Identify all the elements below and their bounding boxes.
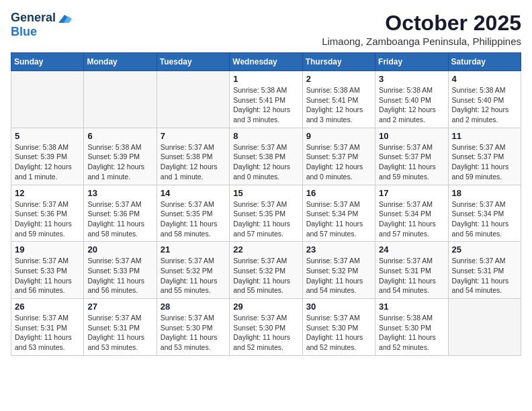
day-cell: 15Sunrise: 5:37 AMSunset: 5:35 PMDayligh… bbox=[230, 185, 302, 242]
day-number: 27 bbox=[87, 302, 152, 312]
day-info: Sunrise: 5:37 AMSunset: 5:30 PMDaylight:… bbox=[306, 313, 371, 353]
col-saturday: Saturday bbox=[448, 53, 521, 71]
logo-blue-text: Blue bbox=[11, 25, 37, 39]
day-info: Sunrise: 5:38 AMSunset: 5:40 PMDaylight:… bbox=[452, 85, 517, 125]
day-cell: 18Sunrise: 5:37 AMSunset: 5:34 PMDayligh… bbox=[448, 185, 521, 242]
day-cell: 21Sunrise: 5:37 AMSunset: 5:32 PMDayligh… bbox=[157, 242, 229, 299]
day-cell: 24Sunrise: 5:37 AMSunset: 5:31 PMDayligh… bbox=[375, 242, 448, 299]
day-info: Sunrise: 5:37 AMSunset: 5:31 PMDaylight:… bbox=[15, 313, 80, 353]
day-info: Sunrise: 5:37 AMSunset: 5:30 PMDaylight:… bbox=[233, 313, 298, 353]
day-cell: 17Sunrise: 5:37 AMSunset: 5:34 PMDayligh… bbox=[375, 185, 448, 242]
day-info: Sunrise: 5:37 AMSunset: 5:32 PMDaylight:… bbox=[161, 256, 226, 295]
week-row-3: 12Sunrise: 5:37 AMSunset: 5:36 PMDayligh… bbox=[11, 185, 521, 242]
day-cell bbox=[11, 71, 84, 128]
day-cell bbox=[157, 71, 229, 128]
day-info: Sunrise: 5:37 AMSunset: 5:35 PMDaylight:… bbox=[161, 199, 226, 239]
col-tuesday: Tuesday bbox=[157, 53, 229, 71]
day-number: 9 bbox=[306, 131, 371, 141]
day-number: 16 bbox=[306, 188, 371, 198]
day-number: 14 bbox=[161, 188, 226, 198]
day-cell: 30Sunrise: 5:37 AMSunset: 5:30 PMDayligh… bbox=[302, 299, 375, 356]
day-info: Sunrise: 5:37 AMSunset: 5:30 PMDaylight:… bbox=[161, 313, 226, 353]
day-info: Sunrise: 5:37 AMSunset: 5:31 PMDaylight:… bbox=[379, 256, 444, 295]
day-info: Sunrise: 5:37 AMSunset: 5:38 PMDaylight:… bbox=[161, 142, 226, 182]
day-info: Sunrise: 5:37 AMSunset: 5:31 PMDaylight:… bbox=[452, 256, 517, 295]
week-row-2: 5Sunrise: 5:38 AMSunset: 5:39 PMDaylight… bbox=[11, 128, 521, 185]
day-info: Sunrise: 5:37 AMSunset: 5:33 PMDaylight:… bbox=[87, 256, 152, 295]
day-info: Sunrise: 5:37 AMSunset: 5:37 PMDaylight:… bbox=[306, 142, 371, 182]
day-cell: 31Sunrise: 5:38 AMSunset: 5:30 PMDayligh… bbox=[375, 299, 448, 356]
calendar-table: Sunday Monday Tuesday Wednesday Thursday… bbox=[11, 52, 521, 356]
day-info: Sunrise: 5:37 AMSunset: 5:31 PMDaylight:… bbox=[87, 313, 152, 353]
day-number: 5 bbox=[15, 131, 80, 141]
day-cell: 20Sunrise: 5:37 AMSunset: 5:33 PMDayligh… bbox=[84, 242, 157, 299]
day-number: 20 bbox=[87, 244, 152, 255]
day-cell: 29Sunrise: 5:37 AMSunset: 5:30 PMDayligh… bbox=[230, 299, 302, 356]
day-cell: 10Sunrise: 5:37 AMSunset: 5:37 PMDayligh… bbox=[375, 128, 448, 185]
day-number: 21 bbox=[161, 244, 226, 255]
day-info: Sunrise: 5:38 AMSunset: 5:40 PMDaylight:… bbox=[379, 85, 444, 125]
day-cell: 11Sunrise: 5:37 AMSunset: 5:37 PMDayligh… bbox=[448, 128, 521, 185]
day-info: Sunrise: 5:37 AMSunset: 5:34 PMDaylight:… bbox=[306, 199, 371, 239]
day-number: 17 bbox=[379, 188, 444, 198]
week-row-1: 1Sunrise: 5:38 AMSunset: 5:41 PMDaylight… bbox=[11, 71, 521, 128]
day-cell: 7Sunrise: 5:37 AMSunset: 5:38 PMDaylight… bbox=[157, 128, 229, 185]
day-number: 1 bbox=[233, 74, 298, 84]
col-monday: Monday bbox=[84, 53, 157, 71]
day-number: 2 bbox=[306, 74, 371, 84]
day-cell: 23Sunrise: 5:37 AMSunset: 5:32 PMDayligh… bbox=[302, 242, 375, 299]
day-cell: 4Sunrise: 5:38 AMSunset: 5:40 PMDaylight… bbox=[448, 71, 521, 128]
day-number: 25 bbox=[452, 244, 517, 255]
col-wednesday: Wednesday bbox=[230, 53, 302, 71]
day-info: Sunrise: 5:37 AMSunset: 5:32 PMDaylight:… bbox=[233, 256, 298, 295]
day-number: 18 bbox=[452, 188, 517, 198]
day-info: Sunrise: 5:38 AMSunset: 5:41 PMDaylight:… bbox=[233, 85, 298, 125]
day-number: 7 bbox=[161, 131, 226, 141]
day-cell bbox=[84, 71, 157, 128]
day-number: 23 bbox=[306, 244, 371, 255]
day-cell: 6Sunrise: 5:38 AMSunset: 5:39 PMDaylight… bbox=[84, 128, 157, 185]
day-number: 11 bbox=[452, 131, 517, 141]
day-number: 15 bbox=[233, 188, 298, 198]
day-info: Sunrise: 5:37 AMSunset: 5:37 PMDaylight:… bbox=[452, 142, 517, 182]
title-block: October 2025 Limaong, Zamboanga Peninsul… bbox=[322, 11, 521, 47]
day-cell: 26Sunrise: 5:37 AMSunset: 5:31 PMDayligh… bbox=[11, 299, 84, 356]
day-info: Sunrise: 5:37 AMSunset: 5:36 PMDaylight:… bbox=[15, 199, 80, 239]
day-cell: 16Sunrise: 5:37 AMSunset: 5:34 PMDayligh… bbox=[302, 185, 375, 242]
col-friday: Friday bbox=[375, 53, 448, 71]
page-header: General Blue October 2025 Limaong, Zambo… bbox=[11, 11, 521, 47]
day-cell: 2Sunrise: 5:38 AMSunset: 5:41 PMDaylight… bbox=[302, 71, 375, 128]
day-info: Sunrise: 5:37 AMSunset: 5:36 PMDaylight:… bbox=[87, 199, 152, 239]
day-cell: 12Sunrise: 5:37 AMSunset: 5:36 PMDayligh… bbox=[11, 185, 84, 242]
calendar-body: 1Sunrise: 5:38 AMSunset: 5:41 PMDaylight… bbox=[11, 71, 521, 356]
day-number: 28 bbox=[161, 302, 226, 312]
day-cell: 8Sunrise: 5:37 AMSunset: 5:38 PMDaylight… bbox=[230, 128, 302, 185]
day-cell: 3Sunrise: 5:38 AMSunset: 5:40 PMDaylight… bbox=[375, 71, 448, 128]
month-title: October 2025 bbox=[322, 11, 521, 36]
day-number: 22 bbox=[233, 244, 298, 255]
col-thursday: Thursday bbox=[302, 53, 375, 71]
location-title: Limaong, Zamboanga Peninsula, Philippine… bbox=[322, 36, 521, 47]
day-number: 6 bbox=[87, 131, 152, 141]
day-number: 4 bbox=[452, 74, 517, 84]
logo: General Blue bbox=[11, 11, 72, 39]
day-info: Sunrise: 5:37 AMSunset: 5:32 PMDaylight:… bbox=[306, 256, 371, 295]
day-info: Sunrise: 5:37 AMSunset: 5:34 PMDaylight:… bbox=[452, 199, 517, 239]
day-number: 19 bbox=[15, 244, 80, 255]
day-cell: 1Sunrise: 5:38 AMSunset: 5:41 PMDaylight… bbox=[230, 71, 302, 128]
day-cell: 27Sunrise: 5:37 AMSunset: 5:31 PMDayligh… bbox=[84, 299, 157, 356]
week-row-5: 26Sunrise: 5:37 AMSunset: 5:31 PMDayligh… bbox=[11, 299, 521, 356]
logo-icon bbox=[57, 13, 72, 24]
day-number: 26 bbox=[15, 302, 80, 312]
day-number: 31 bbox=[379, 302, 444, 312]
day-number: 30 bbox=[306, 302, 371, 312]
day-info: Sunrise: 5:38 AMSunset: 5:39 PMDaylight:… bbox=[15, 142, 80, 182]
day-cell: 14Sunrise: 5:37 AMSunset: 5:35 PMDayligh… bbox=[157, 185, 229, 242]
day-number: 3 bbox=[379, 74, 444, 84]
day-number: 24 bbox=[379, 244, 444, 255]
calendar-header: Sunday Monday Tuesday Wednesday Thursday… bbox=[11, 53, 521, 71]
week-row-4: 19Sunrise: 5:37 AMSunset: 5:33 PMDayligh… bbox=[11, 242, 521, 299]
day-cell: 28Sunrise: 5:37 AMSunset: 5:30 PMDayligh… bbox=[157, 299, 229, 356]
day-info: Sunrise: 5:37 AMSunset: 5:33 PMDaylight:… bbox=[15, 256, 80, 295]
day-cell: 25Sunrise: 5:37 AMSunset: 5:31 PMDayligh… bbox=[448, 242, 521, 299]
